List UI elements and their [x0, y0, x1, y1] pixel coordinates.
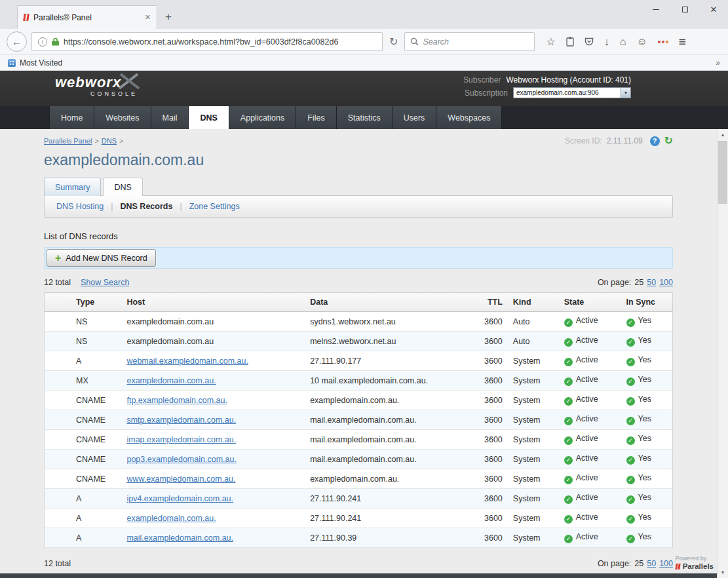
- reload-icon[interactable]: ↻: [389, 35, 398, 48]
- footer-total-count: 12 total: [44, 559, 71, 568]
- hamburger-menu-icon[interactable]: ≡: [679, 35, 686, 49]
- host-link[interactable]: webmail.exampledomain.com.au.: [126, 356, 248, 366]
- bookmark-star-icon[interactable]: ☆: [546, 37, 555, 47]
- cell-kind: System: [508, 391, 559, 410]
- nav-tab-webspaces[interactable]: Webspaces: [436, 106, 502, 129]
- refresh-icon[interactable]: ↻: [664, 136, 673, 146]
- hello-smiley-icon[interactable]: ☺: [636, 37, 647, 47]
- cell-type: A: [45, 528, 122, 548]
- chevron-down-icon[interactable]: ▼: [621, 88, 630, 98]
- nav-tab-files[interactable]: Files: [296, 106, 336, 129]
- tab-title: Parallels® Panel: [33, 13, 140, 22]
- host-link[interactable]: ipv4.exampledomain.com.au.: [126, 494, 233, 503]
- minimize-button[interactable]: [642, 0, 670, 19]
- cell-insync: ✓Yes: [621, 332, 673, 351]
- nav-tab-applications[interactable]: Applications: [229, 106, 296, 129]
- url-text[interactable]: https://console.webworx.net.au/workspace…: [64, 37, 376, 47]
- nav-tab-websites[interactable]: Websites: [94, 106, 151, 129]
- page-size-50[interactable]: 50: [647, 559, 656, 568]
- host-link[interactable]: imap.exampledomain.com.au.: [126, 435, 236, 444]
- subnav-dns-hosting[interactable]: DNS Hosting: [56, 202, 104, 211]
- browser-tab[interactable]: Parallels® Panel ✕: [17, 5, 157, 29]
- tab-close-icon[interactable]: ✕: [145, 13, 151, 22]
- parallels-brand: Parallels: [676, 562, 714, 570]
- cell-data: exampledomain.com.au.: [305, 469, 469, 489]
- active-check-icon: ✓: [564, 377, 573, 386]
- host-link[interactable]: pop3.exampledomain.com.au.: [126, 455, 236, 464]
- bookmarks-bar: Most Visited »: [0, 55, 728, 71]
- downloads-icon[interactable]: ↓: [604, 37, 609, 47]
- nav-tab-users[interactable]: Users: [393, 106, 437, 129]
- cell-data: sydns1.webworx.net.au: [305, 312, 469, 332]
- host-link[interactable]: mail.exampledomain.com.au.: [126, 533, 233, 543]
- page-size-100[interactable]: 100: [659, 559, 673, 568]
- browser-titlebar: Parallels® Panel ✕ + ✕: [0, 0, 728, 29]
- cell-type: CNAME: [45, 410, 122, 430]
- clipboard-icon[interactable]: [566, 37, 574, 47]
- table-row: NSexampledomain.com.aumelns2.webworx.net…: [45, 332, 673, 351]
- host-link[interactable]: exampledomain.com.au.: [126, 514, 216, 523]
- list-label: List of DNS records: [44, 231, 728, 241]
- add-new-dns-record-button[interactable]: + Add New DNS Record: [47, 249, 156, 267]
- scrollbar-thumb[interactable]: [718, 141, 727, 204]
- nav-tab-dns[interactable]: DNS: [189, 106, 229, 129]
- page-size-50[interactable]: 50: [647, 278, 656, 287]
- cell-data: 27.111.90.241: [305, 509, 469, 528]
- search-input[interactable]: Search: [404, 32, 535, 51]
- page-size-100[interactable]: 100: [659, 278, 673, 287]
- scroll-up-icon[interactable]: ▲: [718, 129, 728, 140]
- cell-ttl: 3600: [469, 371, 508, 391]
- host-link[interactable]: ftp.exampledomain.com.au.: [126, 396, 227, 405]
- subscription-label: Subscription: [465, 88, 508, 98]
- host-link[interactable]: smtp.exampledomain.com.au.: [126, 415, 236, 425]
- test-pilot-dots-icon[interactable]: [658, 41, 668, 43]
- insync-check-icon: ✓: [626, 318, 635, 327]
- nav-tab-mail[interactable]: Mail: [151, 106, 189, 129]
- tab-summary[interactable]: Summary: [44, 178, 101, 196]
- subnav-dns-records: DNS Records: [121, 202, 173, 211]
- tab-dns[interactable]: DNS: [103, 178, 142, 196]
- scrollbar[interactable]: ▲ ▼: [717, 129, 728, 578]
- site-info-icon[interactable]: i: [38, 37, 47, 47]
- cell-kind: System: [508, 430, 559, 450]
- insync-text: Yes: [638, 355, 651, 364]
- maximize-button[interactable]: [670, 0, 699, 19]
- window-controls: ✕: [642, 0, 728, 19]
- nav-tab-home[interactable]: Home: [49, 106, 94, 129]
- url-bar[interactable]: i https://console.webworx.net.au/workspa…: [31, 32, 383, 51]
- new-tab-button[interactable]: +: [165, 10, 172, 24]
- cell-host: ftp.exampledomain.com.au.: [121, 391, 305, 410]
- home-icon[interactable]: ⌂: [620, 37, 626, 47]
- subnav-zone-settings[interactable]: Zone Settings: [189, 202, 240, 211]
- state-text: Active: [576, 316, 598, 325]
- active-check-icon: ✓: [564, 535, 573, 543]
- most-visited-item[interactable]: Most Visited: [20, 58, 62, 67]
- logo-subtext: CONSOLE: [55, 90, 138, 97]
- host-text: exampledomain.com.au: [126, 317, 214, 326]
- cell-state: ✓Active: [559, 469, 621, 489]
- back-button[interactable]: ←: [7, 31, 27, 52]
- cell-state: ✓Active: [559, 489, 621, 509]
- nav-tab-statistics[interactable]: Statistics: [337, 106, 393, 129]
- cell-ttl: 3600: [469, 351, 508, 371]
- bookmarks-overflow-icon[interactable]: »: [716, 58, 720, 67]
- subnav: DNS Hosting|DNS Records|Zone Settings: [44, 195, 673, 218]
- help-icon[interactable]: ?: [650, 136, 660, 146]
- subscription-select[interactable]: exampledomain.com.au:906 ▼: [513, 87, 631, 98]
- cell-host: www.exampledomain.com.au.: [121, 469, 305, 489]
- pocket-icon[interactable]: [584, 37, 594, 46]
- host-link[interactable]: www.exampledomain.com.au.: [126, 474, 235, 484]
- host-link[interactable]: exampledomain.com.au.: [126, 376, 216, 385]
- cell-data: 27.111.90.241: [305, 489, 469, 509]
- main-nav: HomeWebsitesMailDNSApplicationsFilesStat…: [0, 106, 728, 129]
- most-visited-icon: [8, 59, 16, 67]
- show-search-link[interactable]: Show Search: [81, 278, 129, 287]
- close-window-button[interactable]: ✕: [699, 0, 728, 19]
- site-header: webworx CONSOLE Subscriber Webworx Hosti…: [0, 71, 728, 106]
- on-page-label: On page:: [598, 278, 631, 287]
- scroll-down-icon[interactable]: ▼: [718, 567, 728, 578]
- cell-host: pop3.exampledomain.com.au.: [121, 450, 305, 469]
- cell-insync: ✓Yes: [621, 410, 673, 430]
- breadcrumb-link-parallels-panel[interactable]: Parallels Panel: [44, 137, 92, 145]
- breadcrumb-link-dns[interactable]: DNS: [102, 137, 117, 145]
